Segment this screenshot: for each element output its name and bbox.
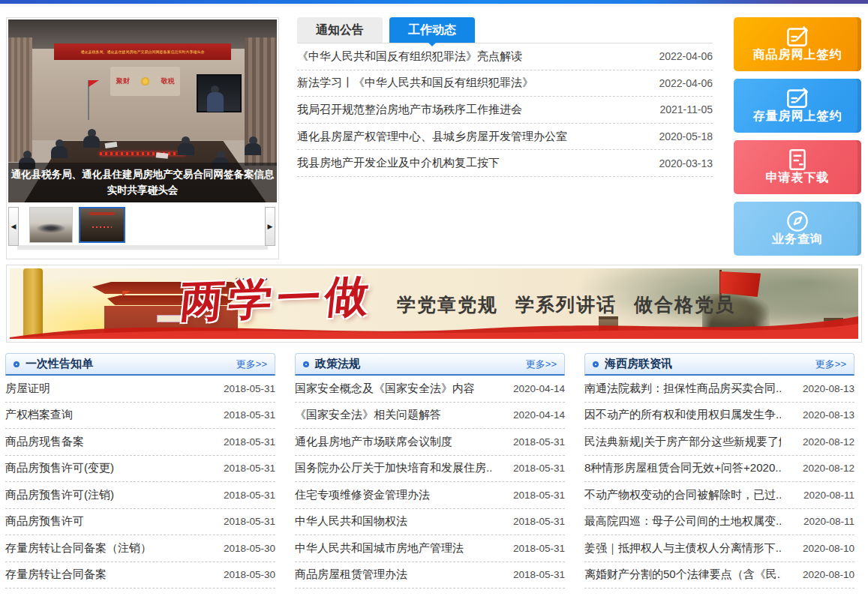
carousel-next-button[interactable]: ▶ xyxy=(265,207,275,246)
carousel-prev-button[interactable]: ◀ xyxy=(8,207,19,246)
list-item-date: 2020-08-11 xyxy=(797,490,854,501)
list-item[interactable]: 房屋证明2018-05-31 xyxy=(5,376,275,403)
party-banner[interactable]: 〜〜 两学一做 学党章党规 学系列讲话 做合格党员 xyxy=(10,268,858,339)
list-item-title: 民法典新规|关于房产部分这些新规要了解 xyxy=(584,435,781,449)
list-item-title: 存量房转让合同备案 xyxy=(5,568,107,582)
thumb-strip-track xyxy=(17,245,268,250)
list-item-date: 2020-08-12 xyxy=(797,436,854,448)
quick-link-label: 商品房网上签约 xyxy=(734,47,861,63)
carousel-thumbnail-1[interactable] xyxy=(29,207,73,243)
list-item-date: 2020-08-10 xyxy=(797,543,854,554)
news-item-date: 2021-11-05 xyxy=(650,103,713,115)
contract-sign-icon xyxy=(734,17,861,47)
list-item-title: 南通法院裁判：担保性商品房买卖合同... xyxy=(584,382,781,396)
news-item-title: 《中华人民共和国反有组织犯罪法》亮点解读 xyxy=(297,49,522,64)
list-item[interactable]: 商品房屋租赁管理办法2018-05-31 xyxy=(295,562,565,589)
list-item-title: 中华人民共和国城市房地产管理法 xyxy=(295,541,464,556)
news-item-title: 通化县房屋产权管理中心、县城乡房屋开发管理办公室 xyxy=(297,130,567,144)
list-item[interactable]: 8种情形房屋租赁合同无效+问答+2020...2020-08-12 xyxy=(584,456,854,483)
list-item[interactable]: 国务院办公厅关于加快培育和发展住房...2018-05-31 xyxy=(295,456,565,483)
photo-carousel: 通化县税务局、通化县住建局房地产交易合同网签备案信息实时共享碰头会 聚财敬税 通… xyxy=(6,17,279,259)
list-item-date: 2018-05-30 xyxy=(218,543,275,554)
news-item-title: 新法学习丨《中华人民共和国反有组织犯罪法》 xyxy=(297,76,533,90)
list-item-title: 存量房转让合同备案（注销） xyxy=(5,541,152,556)
list-item[interactable]: 存量房转让合同备案2018-05-30 xyxy=(5,562,275,589)
list-item-title: 产权档案查询 xyxy=(5,408,73,422)
stock-housing-online-signing-button[interactable]: 存量房网上签约 xyxy=(734,79,861,133)
photo-meeting-banner: 通化县税务局、通化县住建局房地产交易合同网签备案信息实时共享碰头会 xyxy=(54,43,231,60)
more-link[interactable]: 更多>> xyxy=(236,358,267,371)
list-item[interactable]: 因不动产的所有权和使用权归属发生争...2020-08-13 xyxy=(584,403,854,430)
top-section: 通化县税务局、通化县住建局房地产交易合同网签备案信息实时共享碰头会 聚财敬税 通… xyxy=(0,8,868,263)
list-item[interactable]: 中华人民共和国城市房地产管理法2018-05-31 xyxy=(295,535,565,562)
thumbnail-strip: ◀ ▶ xyxy=(8,205,277,256)
list-item[interactable]: 国家安全概念及《国家安全法》内容2020-04-14 xyxy=(295,376,565,403)
news-item[interactable]: 我县房地产开发企业及中介机构复工按下2020-03-13 xyxy=(297,150,713,177)
list-item[interactable]: 商品房预售许可(变更)2018-05-31 xyxy=(5,456,275,483)
list-item-date: 2020-08-13 xyxy=(797,383,854,394)
photo-person-standing xyxy=(207,85,224,112)
news-item[interactable]: 新法学习丨《中华人民共和国反有组织犯罪法》2022-04-06 xyxy=(297,70,713,97)
news-item-date: 2020-03-13 xyxy=(650,157,713,169)
list-item-date: 2020-08-13 xyxy=(797,409,854,421)
news-panel: 通知公告 工作动态 《中华人民共和国反有组织犯罪法》亮点解读2022-04-06… xyxy=(297,17,713,177)
news-item-date: 2020-05-18 xyxy=(650,130,713,142)
list-item[interactable]: 存量房转让合同备案（注销）2018-05-30 xyxy=(5,535,275,562)
quick-link-label: 申请表下载 xyxy=(734,170,861,186)
list-item-title: 8种情形房屋租赁合同无效+问答+2020... xyxy=(584,461,781,475)
photo-curtain xyxy=(8,37,32,162)
list-item[interactable]: 住宅专项维修资金管理办法2018-05-31 xyxy=(295,482,565,509)
list-item-date: 2018-05-31 xyxy=(507,543,565,554)
tab-work-news-label: 工作动态 xyxy=(408,23,456,36)
commercial-housing-online-signing-button[interactable]: 商品房网上签约 xyxy=(734,17,861,71)
bottom-sections: 一次性告知单 更多>> 房屋证明2018-05-31 产权档案查询2018-05… xyxy=(0,353,868,589)
business-query-button[interactable]: 业务查询 xyxy=(734,202,861,256)
list-item-title: 不动产物权变动的合同被解除时，已过... xyxy=(584,488,781,502)
quick-links: 商品房网上签约 存量房网上签约 申请表下载 业 xyxy=(734,17,861,263)
list-item[interactable]: 南通法院裁判：担保性商品房买卖合同...2020-08-13 xyxy=(584,376,854,403)
list-item-date: 2020-08-10 xyxy=(797,569,854,580)
circle-bullet-icon xyxy=(593,361,599,367)
list-item[interactable]: 商品房预售许可(注销)2018-05-31 xyxy=(5,482,275,509)
list-item[interactable]: 《国家安全法》相关问题解答2020-04-14 xyxy=(295,403,565,430)
list-item[interactable]: 民法典新规|关于房产部分这些新规要了解2020-08-12 xyxy=(584,429,854,456)
quick-link-label: 存量房网上签约 xyxy=(734,109,861,124)
list-item-date: 2018-05-31 xyxy=(218,409,275,421)
news-item[interactable]: 通化县房屋产权管理中心、县城乡房屋开发管理办公室2020-05-18 xyxy=(297,124,713,151)
list-item[interactable]: 中华人民共和国物权法2018-05-31 xyxy=(295,509,565,536)
list-item-date: 2020-04-14 xyxy=(507,383,565,394)
list-item-date: 2020-08-11 xyxy=(797,516,854,527)
news-item-date: 2022-04-06 xyxy=(650,50,713,62)
section-title: 政策法规 xyxy=(315,357,526,371)
list-item-title: 住宅专项维修资金管理办法 xyxy=(295,488,430,502)
section-title: 海西房联资讯 xyxy=(605,357,815,371)
carousel-thumbnail-2-selected[interactable] xyxy=(79,207,125,243)
list-item-date: 2018-05-31 xyxy=(218,516,275,527)
carousel-photo[interactable]: 通化县税务局、通化县住建局房地产交易合同网签备案信息实时共享碰头会 聚财敬税 通… xyxy=(8,19,277,202)
photo-person xyxy=(83,129,100,148)
list-item[interactable]: 不动产物权变动的合同被解除时，已过...2020-08-11 xyxy=(584,482,854,509)
tab-notice[interactable]: 通知公告 xyxy=(297,17,383,43)
photo-person xyxy=(51,139,68,158)
list-item[interactable]: 产权档案查询2018-05-31 xyxy=(5,403,275,430)
more-link[interactable]: 更多>> xyxy=(526,358,557,371)
list-item[interactable]: 姜强｜抵押权人与主债权人分离情形下...2020-08-10 xyxy=(584,535,854,562)
list-item-date: 2018-05-31 xyxy=(507,463,565,474)
list-item[interactable]: 离婚财产分割的50个法律要点（含《民...2020-08-10 xyxy=(584,562,854,589)
carousel-caption: 通化县税务局、通化县住建局房地产交易合同网签备案信息实时共享碰头会 xyxy=(8,163,277,202)
news-item[interactable]: 《中华人民共和国反有组织犯罪法》亮点解读2022-04-06 xyxy=(297,43,713,70)
list-item-title: 《国家安全法》相关问题解答 xyxy=(295,408,441,422)
news-item[interactable]: 我局召开规范整治房地产市场秩序工作推进会2021-11-05 xyxy=(297,97,713,124)
list-item-date: 2020-04-14 xyxy=(507,409,565,421)
list-item[interactable]: 通化县房地产市场联席会议制度2018-05-31 xyxy=(295,429,565,456)
quick-link-label: 业务查询 xyxy=(734,232,861,247)
application-form-download-button[interactable]: 申请表下载 xyxy=(734,140,861,194)
list-item-title: 商品房预售许可(注销) xyxy=(5,488,114,502)
tab-work-news[interactable]: 工作动态 xyxy=(389,17,475,43)
list-item-title: 最高院四巡：母子公司间的土地权属变... xyxy=(584,514,781,529)
list-item-title: 商品房现售备案 xyxy=(5,435,84,449)
list-item[interactable]: 商品房现售备案2018-05-31 xyxy=(5,429,275,456)
more-link[interactable]: 更多>> xyxy=(815,358,846,371)
list-item[interactable]: 商品房预售许可2018-05-31 xyxy=(5,509,275,536)
list-item[interactable]: 最高院四巡：母子公司间的土地权属变...2020-08-11 xyxy=(584,509,854,536)
